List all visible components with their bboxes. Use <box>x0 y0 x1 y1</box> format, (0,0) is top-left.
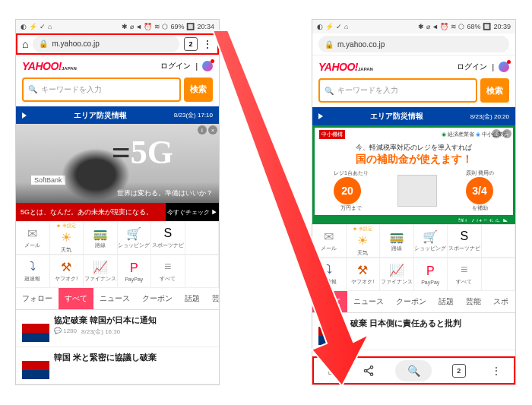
share-icon[interactable] <box>358 360 379 381</box>
menu-icon[interactable]: ⋮ <box>486 360 507 381</box>
service-天気[interactable]: ★ 未設定☀天気 <box>347 225 381 258</box>
news-item[interactable]: 破棄 日本側に責任あると批判 <box>312 313 515 350</box>
service-ショッピング[interactable]: 🛒ショッピング <box>414 225 448 258</box>
service-[interactable] <box>185 222 220 255</box>
tab-スポ[interactable]: スポ <box>487 291 515 312</box>
news-item[interactable]: 韓国 米と緊密に協議し破棄 <box>16 347 219 384</box>
service-PayPay[interactable]: PPayPay <box>118 255 152 288</box>
service-天気[interactable]: ★ 未設定☀天気 <box>50 222 84 255</box>
news-tabs: フォローすべてニュースクーポン話題芸能スポ <box>16 288 219 310</box>
service-メール[interactable]: ✉メール <box>16 222 50 255</box>
service-PayPay[interactable]: PPayPay <box>414 258 448 291</box>
search-placeholder: キーワードを入力 <box>337 85 398 96</box>
ad-info-icon[interactable]: i <box>198 125 207 134</box>
login-link[interactable]: ログイン <box>160 61 191 71</box>
menu-icon[interactable]: ⋮ <box>202 38 213 50</box>
ad-banner-subsidy[interactable]: i× 中小機構 ◉ 経済産業省 ◉ 中小企業庁 今、軽減税率対応のレジを導入すれ… <box>312 125 515 224</box>
svg-line-3 <box>366 368 370 370</box>
play-icon <box>22 112 27 119</box>
lock-icon: 🔒 <box>39 40 48 48</box>
service-[interactable] <box>185 255 220 288</box>
url-field[interactable]: 🔒 m.yahoo.co.jp <box>318 36 509 52</box>
tab-ニュース[interactable]: ニュース <box>93 288 136 309</box>
search-icon: 🔍 <box>325 87 334 95</box>
login-link[interactable]: ログイン <box>457 62 487 72</box>
service-ファイナンス[interactable]: 📈ファイナンス <box>84 255 118 288</box>
tools-icon[interactable] <box>202 61 213 71</box>
play-icon <box>318 113 323 119</box>
search-placeholder: キーワードを入力 <box>41 84 102 95</box>
service-grid: ⤵超速報⚒ヤフオク!📈ファイナンスPPayPay≡すべて <box>16 255 219 288</box>
service-grid: ✉メール★ 未設定☀天気🚃路線🛒ショッピングSスポーツナビ <box>16 221 219 255</box>
service-路線[interactable]: 🚃路線 <box>380 225 414 258</box>
service-メール[interactable]: ✉メール <box>312 225 347 258</box>
tab-クーポン[interactable]: クーポン <box>136 288 179 309</box>
service-すべて[interactable]: ≡すべて <box>151 255 185 288</box>
home-icon[interactable]: ⌂ <box>321 360 342 381</box>
ad-info-icon[interactable]: i <box>492 129 501 138</box>
search-input[interactable]: 🔍 キーワードを入力 <box>22 78 181 102</box>
ad-close-icon[interactable]: × <box>502 129 511 138</box>
yahoo-header: YAHOO!JAPAN ログイン | <box>16 55 219 78</box>
service-grid: ✉メール★ 未設定☀天気🚃路線🛒ショッピングSスポーツナビ <box>312 224 515 258</box>
disaster-bar[interactable]: エリア防災情報 8/23(金) 20:20 <box>312 107 515 125</box>
status-bar: ◐⚡✓⌂ ✱ ⌀ ◄ ⏰ ≋ ⬡69%🔲20:34 <box>16 20 219 33</box>
phone-left: ◐⚡✓⌂ ✱ ⌀ ◄ ⏰ ≋ ⬡69%🔲20:34 ⌂ 🔒 m.yahoo.co… <box>15 19 220 385</box>
url-text: m.yahoo.co.jp <box>337 40 385 49</box>
search-icon[interactable]: 🔍 <box>395 360 432 381</box>
search-button[interactable]: 検索 <box>184 78 213 102</box>
url-field[interactable]: 🔒 m.yahoo.co.jp <box>33 36 179 52</box>
service-超速報[interactable]: ⤵超速報 <box>312 258 347 291</box>
service-すべて[interactable]: ≡すべて <box>448 258 482 291</box>
search-button[interactable]: 検索 <box>480 78 509 103</box>
service-路線[interactable]: 🚃路線 <box>84 222 118 255</box>
service-ファイナンス[interactable]: 📈ファイナンス <box>380 258 414 291</box>
tab-フォロー[interactable]: フォロー <box>16 288 59 309</box>
status-bar: ◐⚡✓⌂ ✱ ⌀ ◄ ⏰ ≋ ⬡68%🔲20:39 <box>312 20 515 33</box>
tab-ニュース[interactable]: ニュース <box>347 291 390 312</box>
service-スポーツナビ[interactable]: Sスポーツナビ <box>151 222 185 255</box>
news-tabs: すべてニュースクーポン話題芸能スポ <box>312 291 515 313</box>
lock-icon: 🔒 <box>325 40 334 49</box>
tab-芸能[interactable]: 芸能 <box>206 288 220 309</box>
service-ヤフオク![interactable]: ⚒ヤフオク! <box>50 255 84 288</box>
svg-line-4 <box>366 372 370 374</box>
ad-close-icon[interactable]: × <box>208 125 217 134</box>
ad-banner-5g[interactable]: i× =5G SoftBank 世界は変わる。準備はいいか？ 5Gとは、なんだ。… <box>16 124 219 221</box>
bottom-toolbar: ⌂ 🔍 2 ⋮ <box>312 356 515 384</box>
tab-count[interactable]: 2 <box>184 37 198 51</box>
service-[interactable] <box>482 225 516 258</box>
tab-話題[interactable]: 話題 <box>179 288 206 309</box>
service-スポーツナビ[interactable]: Sスポーツナビ <box>448 225 482 258</box>
service-ショッピング[interactable]: 🛒ショッピング <box>118 222 152 255</box>
tab-すべて[interactable]: すべて <box>312 291 347 312</box>
yahoo-logo[interactable]: YAHOO!JAPAN <box>318 61 373 73</box>
service-ヤフオク![interactable]: ⚒ヤフオク! <box>347 258 381 291</box>
tab-芸能[interactable]: 芸能 <box>460 291 487 312</box>
yahoo-logo[interactable]: YAHOO!JAPAN <box>22 60 77 72</box>
news-item[interactable]: 協定破棄 韓国が日本に通知💬 12808/23(金) 16:36 <box>16 310 219 347</box>
home-icon[interactable]: ⌂ <box>22 38 28 50</box>
tab-count[interactable]: 2 <box>448 360 470 381</box>
search-icon: 🔍 <box>28 85 37 93</box>
phone-right: ◐⚡✓⌂ ✱ ⌀ ◄ ⏰ ≋ ⬡68%🔲20:39 🔒 m.yahoo.co.j… <box>312 19 516 385</box>
yahoo-header: YAHOO!JAPAN ログイン | <box>312 55 515 78</box>
menu-divider: | <box>195 62 198 71</box>
service-grid: ⤵超速報⚒ヤフオク!📈ファイナンスPPayPay≡すべて <box>312 258 515 291</box>
service-[interactable] <box>482 258 516 291</box>
address-bar[interactable]: ⌂ 🔒 m.yahoo.co.jp 2 ⋮ <box>16 33 219 55</box>
service-超速報[interactable]: ⤵超速報 <box>16 255 50 288</box>
address-bar[interactable]: 🔒 m.yahoo.co.jp <box>312 33 515 55</box>
url-text: m.yahoo.co.jp <box>52 40 99 48</box>
tab-クーポン[interactable]: クーポン <box>390 291 432 312</box>
tools-icon[interactable] <box>499 62 509 72</box>
disaster-bar[interactable]: エリア防災情報 8/23(金) 17:10 <box>16 106 219 125</box>
tab-話題[interactable]: 話題 <box>432 291 460 312</box>
tab-すべて[interactable]: すべて <box>59 288 93 309</box>
menu-divider: | <box>492 63 494 71</box>
search-input[interactable]: 🔍 キーワードを入力 <box>318 78 477 103</box>
